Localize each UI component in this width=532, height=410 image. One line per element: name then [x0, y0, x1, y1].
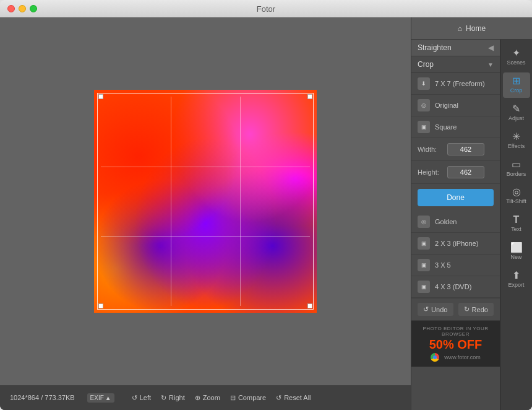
image-wrapper[interactable] [94, 90, 317, 313]
grid-line-h1 [101, 167, 310, 167]
canvas-container [0, 17, 411, 385]
crop-option-original[interactable]: ◎ Original [411, 95, 500, 116]
tiltshift-icon: ◎ [512, 187, 521, 197]
text-button[interactable]: T Text [503, 211, 530, 237]
crop-header[interactable]: Crop ▼ [411, 56, 500, 73]
3x5-icon: ▣ [418, 259, 430, 271]
iphone-label: 2 X 3 (iPhone) [435, 240, 478, 247]
crop-option-freeform[interactable]: ⬇ 7 X 7 (Freeform) [411, 73, 500, 95]
ad-top-text: PHOTO EDITOR IN YOUR BROWSER [418, 326, 494, 337]
new-button[interactable]: ⬜ New [503, 239, 530, 264]
scenes-button[interactable]: ✦ Scenes [503, 45, 530, 70]
square-icon: ▣ [418, 121, 430, 133]
height-row: Height: [411, 161, 500, 184]
compare-icon: ⊟ [230, 394, 236, 402]
right-panel: ⌂ Home Straighten ◀ Crop ▼ ⬇ [411, 17, 532, 410]
crop-handle-tl[interactable] [98, 94, 103, 99]
rotate-left-button[interactable]: ↺ Left [132, 394, 151, 402]
tiltshift-button[interactable]: ◎ Tilt-Shift [503, 183, 530, 209]
crop-arrow-icon: ▼ [487, 61, 494, 68]
chrome-icon [431, 353, 439, 362]
3x5-label: 3 X 5 [435, 261, 451, 269]
straighten-row[interactable]: Straighten ◀ [411, 40, 500, 56]
width-input[interactable] [447, 143, 484, 155]
done-button[interactable]: Done [418, 189, 494, 206]
original-icon: ◎ [418, 99, 430, 111]
crop-overlay [94, 90, 317, 313]
status-actions: ↺ Left ↻ Right ⊕ Zoom ⊟ Compare ↺ Rese [132, 394, 311, 402]
app-title: Fotor [257, 4, 275, 14]
crop-option-iphone[interactable]: ▣ 2 X 3 (iPhone) [411, 233, 500, 255]
compare-button[interactable]: ⊟ Compare [230, 394, 266, 402]
canvas-area: 1024*864 / 773.37KB EXIF ▲ ↺ Left ↻ Righ… [0, 17, 411, 410]
dvd-label: 4 X 3 (DVD) [435, 283, 471, 290]
grid-line-v2 [240, 97, 241, 306]
rotate-right-button[interactable]: ↻ Right [161, 394, 185, 402]
dvd-icon: ▣ [418, 281, 430, 293]
export-icon: ⬆ [512, 271, 520, 281]
crop-option-square[interactable]: ▣ Square [411, 116, 500, 138]
crop-option-3x5[interactable]: ▣ 3 X 5 [411, 255, 500, 276]
width-label: Width: [418, 146, 444, 153]
app-body: 1024*864 / 773.37KB EXIF ▲ ↺ Left ↻ Righ… [0, 17, 532, 410]
minimize-button[interactable] [19, 5, 26, 12]
new-icon: ⬜ [510, 243, 523, 253]
crop-section: Crop ▼ ⬇ 7 X 7 (Freeform) ◎ Original ▣ S… [411, 56, 500, 320]
golden-label: Golden [435, 218, 457, 225]
home-icon: ⌂ [458, 24, 462, 33]
exif-badge[interactable]: EXIF ▲ [87, 393, 114, 403]
tools-main: Straighten ◀ Crop ▼ ⬇ 7 X 7 (Freeform) ◎ [411, 40, 532, 410]
ad-discount: 50% OFF [418, 338, 494, 351]
ad-banner[interactable]: PHOTO EDITOR IN YOUR BROWSER 50% OFF www… [411, 320, 500, 367]
rotate-left-icon: ↺ [132, 394, 137, 402]
text-icon: T [513, 215, 520, 225]
crop-icon: ⊞ [512, 76, 520, 86]
close-button[interactable] [7, 5, 15, 12]
crop-grid [101, 97, 310, 306]
icon-bar: ✦ Scenes ⊞ Crop ✎ Adjust ✳ Effects ▭ B [500, 40, 532, 410]
reset-icon: ↺ [276, 394, 281, 402]
effects-icon: ✳ [512, 132, 520, 142]
zoom-icon: ⊕ [195, 394, 200, 402]
undo-icon: ↺ [423, 305, 429, 313]
crop-handle-bl[interactable] [98, 303, 103, 308]
borders-icon: ▭ [512, 160, 521, 170]
traffic-lights [7, 5, 37, 12]
borders-button[interactable]: ▭ Borders [503, 156, 530, 181]
height-input[interactable] [447, 166, 484, 178]
golden-icon: ◎ [418, 216, 430, 228]
export-button[interactable]: ⬆ Export [503, 267, 530, 292]
redo-icon: ↻ [464, 305, 470, 313]
maximize-button[interactable] [30, 5, 37, 12]
ad-url: www.fotor.com [444, 354, 481, 360]
title-bar: Fotor [0, 0, 532, 17]
original-label: Original [435, 102, 458, 109]
square-label: Square [435, 123, 457, 131]
adjust-button[interactable]: ✎ Adjust [503, 100, 530, 126]
freeform-label: 7 X 7 (Freeform) [435, 80, 485, 87]
home-button[interactable]: ⌂ Home [411, 17, 532, 40]
tools-options: Straighten ◀ Crop ▼ ⬇ 7 X 7 (Freeform) ◎ [411, 40, 500, 410]
crop-handle-br[interactable] [307, 303, 312, 308]
scenes-icon: ✦ [512, 48, 520, 58]
undo-button[interactable]: ↺ Undo [418, 303, 453, 316]
crop-option-dvd[interactable]: ▣ 4 X 3 (DVD) [411, 276, 500, 298]
crop-section-title: Crop [418, 60, 434, 69]
crop-button[interactable]: ⊞ Crop [503, 72, 530, 98]
file-info: 1024*864 / 773.37KB [10, 394, 75, 401]
grid-line-v1 [171, 97, 171, 306]
straighten-label: Straighten [418, 43, 452, 52]
status-bar: 1024*864 / 773.37KB EXIF ▲ ↺ Left ↻ Righ… [0, 385, 411, 410]
freeform-icon: ⬇ [418, 77, 430, 90]
crop-handle-tr[interactable] [307, 94, 312, 99]
redo-button[interactable]: ↻ Redo [458, 303, 494, 316]
adjust-icon: ✎ [512, 104, 520, 114]
effects-button[interactable]: ✳ Effects [503, 128, 530, 154]
reset-all-button[interactable]: ↺ Reset All [276, 394, 311, 402]
iphone-icon: ▣ [418, 237, 430, 250]
rotate-right-icon: ↻ [161, 394, 166, 402]
crop-option-golden[interactable]: ◎ Golden [411, 211, 500, 233]
grid-line-h2 [101, 236, 310, 237]
width-row: Width: [411, 138, 500, 161]
zoom-button[interactable]: ⊕ Zoom [195, 394, 220, 402]
